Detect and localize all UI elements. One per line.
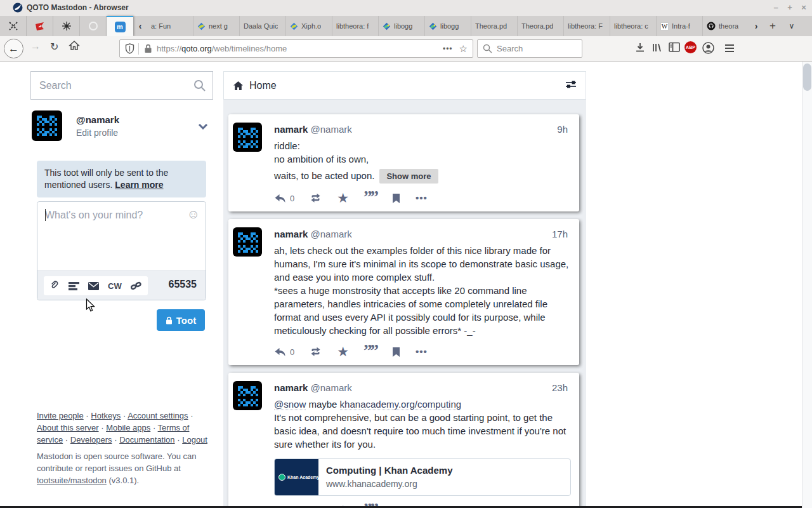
home-icon[interactable] xyxy=(69,40,80,54)
browser-search-input[interactable] xyxy=(497,44,566,53)
edit-profile-link[interactable]: Edit profile xyxy=(76,128,118,138)
footer-link[interactable]: About this server xyxy=(37,423,99,432)
footer-link[interactable]: Mobile apps xyxy=(106,423,150,432)
tab-libogg-2[interactable]: libogg xyxy=(425,16,471,36)
link-preview-card[interactable]: Khan Academy Computing | Khan Academy ww… xyxy=(274,458,571,496)
reply-icon[interactable] xyxy=(274,193,286,204)
scroll-tabs-right-button[interactable]: › xyxy=(749,16,763,36)
bookmark-icon[interactable] xyxy=(391,193,401,204)
reload-icon[interactable]: ↻ xyxy=(50,41,58,53)
page-scrollbar[interactable] xyxy=(802,62,812,508)
column-settings-icon[interactable] xyxy=(565,79,577,92)
pinned-tab-3[interactable] xyxy=(53,16,80,36)
avatar[interactable] xyxy=(32,110,62,141)
pinned-tab-4[interactable] xyxy=(80,16,107,36)
tab-mastodon-active[interactable]: m xyxy=(107,16,133,36)
tab-libtheora-1[interactable]: libtheora: f xyxy=(332,16,379,36)
sidebar-toggle-icon[interactable] xyxy=(669,42,681,55)
bookmark-star-icon[interactable]: ☆ xyxy=(459,43,468,55)
profile-summary[interactable]: @namark Edit profile xyxy=(32,110,212,141)
avatar[interactable] xyxy=(233,123,262,152)
mastodon-search-box[interactable] xyxy=(30,71,213,100)
poll-icon[interactable] xyxy=(69,281,79,291)
mastodon-search-input[interactable] xyxy=(31,72,183,99)
more-icon[interactable]: ••• xyxy=(416,348,428,356)
toot-timestamp[interactable]: 9h xyxy=(557,124,568,135)
new-tab-button[interactable]: + xyxy=(763,16,782,36)
tootsuite-mastodon-link[interactable]: tootsuite/mastodon xyxy=(37,476,107,485)
scroll-tabs-left-button[interactable]: ‹ xyxy=(133,16,147,36)
toot-author[interactable]: namark @namark xyxy=(274,124,352,135)
toot[interactable]: namark @namark 17h ah, lets check out th… xyxy=(228,219,579,365)
toot-timestamp[interactable]: 23h xyxy=(552,382,568,393)
tab-wikipedia-intra[interactable]: W Intra-f xyxy=(657,16,703,36)
pinned-tab-2[interactable] xyxy=(27,16,53,36)
more-icon[interactable]: ••• xyxy=(416,194,428,202)
tracking-shield-icon[interactable] xyxy=(125,43,134,54)
avatar[interactable] xyxy=(233,381,262,410)
link-icon[interactable] xyxy=(131,281,141,291)
emoji-picker-icon[interactable]: ☺ xyxy=(187,207,200,222)
avatar[interactable] xyxy=(233,227,262,257)
close-button[interactable]: × xyxy=(798,2,809,13)
show-more-button[interactable]: Show more xyxy=(379,169,438,184)
tab-github-theora[interactable]: theora xyxy=(703,16,749,36)
footer-link[interactable]: Invite people xyxy=(37,411,84,420)
url-bar[interactable]: https://qoto.org/web/timelines/home ••• … xyxy=(119,39,473,58)
lock-icon[interactable] xyxy=(144,44,152,53)
tab-daala[interactable]: Daala Quic xyxy=(240,16,286,36)
tab-theora-pdf-2[interactable]: Theora.pd xyxy=(518,16,564,36)
page-actions-icon[interactable]: ••• xyxy=(443,44,453,53)
list-all-tabs-button[interactable]: ∨ xyxy=(782,16,801,36)
url-text[interactable]: https://qoto.org/web/timelines/home xyxy=(157,44,443,53)
footer-link[interactable]: Developers xyxy=(70,435,112,444)
menu-icon[interactable] xyxy=(725,43,734,54)
privacy-direct-icon[interactable] xyxy=(88,282,99,290)
tab-theora-pdf-1[interactable]: Theora.pd xyxy=(471,16,518,36)
downloads-icon[interactable] xyxy=(634,42,646,56)
tab-libtheora-2[interactable]: libtheora: F xyxy=(564,16,610,36)
account-icon[interactable] xyxy=(702,42,714,57)
attach-icon[interactable] xyxy=(50,281,60,291)
learn-more-link[interactable]: Learn more xyxy=(115,180,163,190)
khanacademy-link[interactable]: khanacademy.org/computing xyxy=(340,399,462,410)
toot-timestamp[interactable]: 17h xyxy=(552,229,568,239)
bookmark-icon[interactable] xyxy=(391,347,401,358)
scrollbar-thumb[interactable] xyxy=(803,64,811,91)
reply-icon[interactable] xyxy=(274,347,286,358)
toot-author[interactable]: namark @namark xyxy=(274,229,352,239)
toot[interactable]: namark @namark 9h riddle: no ambition of… xyxy=(228,114,579,211)
forward-button[interactable]: → xyxy=(30,41,41,52)
browser-search-bar[interactable] xyxy=(477,39,582,58)
toot-author[interactable]: namark @namark xyxy=(274,382,352,393)
footer-link[interactable]: Documentation xyxy=(119,435,174,444)
favourite-icon[interactable]: ★ xyxy=(337,193,349,203)
back-button[interactable]: ← xyxy=(4,39,23,58)
maximize-button[interactable]: + xyxy=(784,2,796,13)
footer-link[interactable]: Account settings xyxy=(128,411,188,420)
tab-libogg-1[interactable]: libogg xyxy=(379,16,425,36)
home-column-header[interactable]: Home xyxy=(223,71,586,100)
content-warning-button[interactable]: CW xyxy=(108,281,122,291)
boost-icon[interactable] xyxy=(309,346,322,358)
tab-libtheora-3[interactable]: libtheora: c xyxy=(610,16,657,36)
library-icon[interactable] xyxy=(651,42,664,56)
tab-fun[interactable]: a: Fun xyxy=(147,16,193,36)
tab-next-g[interactable]: next g xyxy=(193,16,240,36)
boost-icon[interactable] xyxy=(309,192,322,204)
adblock-plus-icon[interactable]: ABP xyxy=(684,41,697,53)
search-icon xyxy=(193,79,206,92)
footer-link[interactable]: Logout xyxy=(182,435,207,444)
chevron-down-icon[interactable] xyxy=(198,121,208,132)
quote-icon[interactable]: ”” xyxy=(363,346,377,358)
favourite-icon[interactable]: ★ xyxy=(337,347,349,357)
compose-textarea[interactable] xyxy=(37,202,206,271)
toot-button[interactable]: Toot xyxy=(157,309,205,331)
toot[interactable]: namark @namark 23h @snow maybe khanacade… xyxy=(228,373,579,508)
minimize-button[interactable]: – xyxy=(770,2,782,13)
quote-icon[interactable]: ”” xyxy=(363,192,377,204)
mention-link[interactable]: @snow xyxy=(274,399,306,410)
tab-xiph[interactable]: Xiph.o xyxy=(286,16,332,36)
footer-link[interactable]: Hotkeys xyxy=(91,411,121,420)
pinned-tab-1[interactable] xyxy=(0,16,27,36)
